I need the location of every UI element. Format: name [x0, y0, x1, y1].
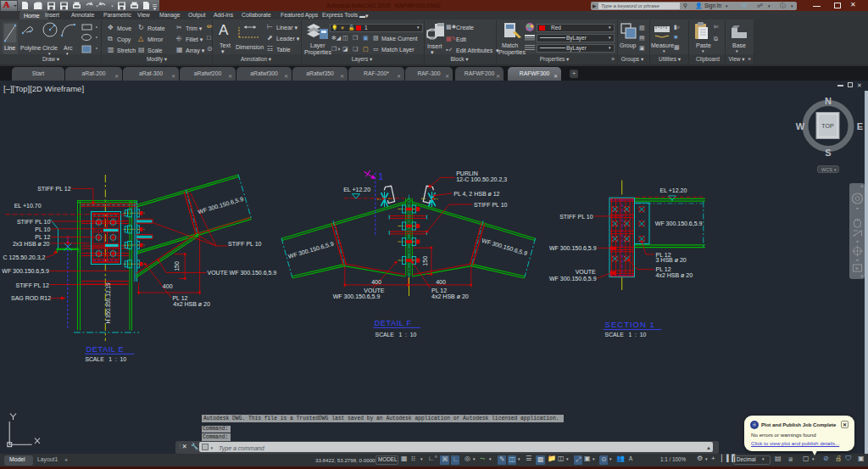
svg-text:S: S — [825, 148, 831, 158]
svg-text:WF 300.150.6,5.9: WF 300.150.6,5.9 — [2, 268, 49, 274]
svg-text:EL +10.70: EL +10.70 — [14, 203, 42, 209]
svg-text:VOUTE: VOUTE — [576, 269, 596, 275]
svg-text:TOP: TOP — [821, 123, 834, 129]
svg-text:SCALE 1 : 10: SCALE 1 : 10 — [605, 332, 647, 338]
svg-text:WF 300.150.6,5.9: WF 300.150.6,5.9 — [655, 221, 703, 226]
svg-text:STIFF PL 12: STIFF PL 12 — [15, 282, 49, 288]
svg-text:4x2 HSB ø 20: 4x2 HSB ø 20 — [656, 272, 693, 278]
svg-text:STIFF PL 10: STIFF PL 10 — [228, 241, 262, 247]
svg-text:WF 300.150.6,5.9: WF 300.150.6,5.9 — [333, 293, 381, 299]
svg-text:PL 4, 2 HSB ø 12: PL 4, 2 HSB ø 12 — [453, 191, 499, 197]
svg-text:SECTION 1: SECTION 1 — [605, 320, 655, 329]
svg-text:150: 150 — [422, 256, 428, 266]
svg-text:C 125.50.20.3,2: C 125.50.20.3,2 — [3, 254, 46, 260]
svg-text:WF 300.150.6,5.9: WF 300.150.6,5.9 — [549, 245, 597, 251]
svg-text:PL 12: PL 12 — [35, 234, 50, 240]
svg-text:400: 400 — [436, 279, 446, 285]
svg-text:4x2 HSB ø 20: 4x2 HSB ø 20 — [173, 301, 210, 307]
svg-text:STIFF PL 10: STIFF PL 10 — [474, 202, 508, 208]
svg-text:400: 400 — [371, 279, 381, 285]
svg-text:STIFF PL 10: STIFF PL 10 — [17, 219, 51, 225]
svg-text:DETAIL E: DETAIL E — [86, 345, 125, 354]
svg-text:12-C 100.50.20.2,3: 12-C 100.50.20.2,3 — [456, 176, 507, 182]
svg-text:WCS: WCS — [821, 167, 832, 172]
svg-text:WF 300.150.6,5.9: WF 300.150.6,5.9 — [198, 196, 244, 215]
svg-text:EL +12.20: EL +12.20 — [660, 187, 687, 193]
svg-text:W: W — [796, 121, 805, 131]
svg-text:SAG ROD R12: SAG ROD R12 — [11, 295, 51, 301]
svg-text:2x3 HSB ø 20: 2x3 HSB ø 20 — [13, 241, 50, 247]
svg-text:H 350.350.12.19: H 350.350.12.19 — [105, 282, 111, 323]
svg-text:SCALE 1 : 10: SCALE 1 : 10 — [376, 332, 417, 338]
svg-text:STIFF PL 12: STIFF PL 12 — [37, 186, 71, 192]
svg-text:VOUTE WF 300.150.6,5.9: VOUTE WF 300.150.6,5.9 — [208, 270, 277, 276]
svg-text:EL +12.20: EL +12.20 — [343, 187, 370, 193]
svg-text:PL 10: PL 10 — [35, 226, 50, 232]
svg-text:WF 300.150.6,5.9: WF 300.150.6,5.9 — [549, 276, 597, 282]
svg-text:3 HSB ø 20: 3 HSB ø 20 — [656, 257, 687, 263]
svg-text:4x2 HSB ø 20: 4x2 HSB ø 20 — [431, 293, 469, 299]
svg-text:STIFF PL 10: STIFF PL 10 — [559, 214, 593, 220]
svg-text:SCALE 1 : 10: SCALE 1 : 10 — [85, 356, 126, 362]
svg-text:150: 150 — [174, 261, 180, 271]
svg-text:WF 300.150.6,5.9: WF 300.150.6,5.9 — [481, 237, 528, 257]
svg-text:WF 300.150.6,5.9: WF 300.150.6,5.9 — [287, 241, 334, 260]
svg-text:E: E — [857, 121, 863, 131]
svg-text:N: N — [825, 96, 832, 106]
svg-text:400: 400 — [163, 283, 173, 289]
svg-text:1: 1 — [379, 172, 384, 181]
svg-text:DETAIL F: DETAIL F — [375, 319, 412, 327]
